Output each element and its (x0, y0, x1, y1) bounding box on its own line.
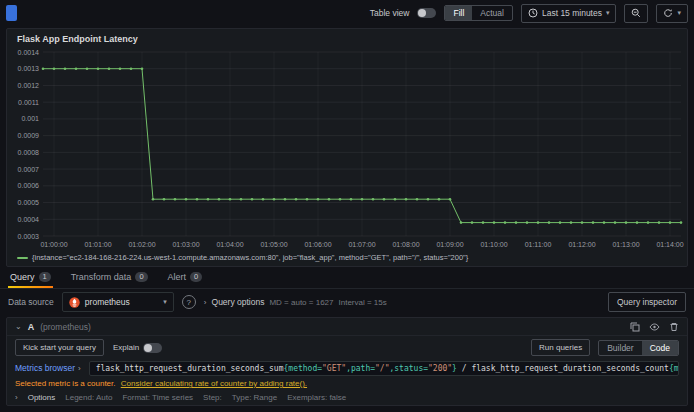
svg-text:0.0014: 0.0014 (18, 49, 40, 56)
query-options-interval-summary: Interval = 15s (338, 298, 386, 307)
refresh-button[interactable]: ▾ (656, 4, 688, 23)
tab-alert[interactable]: Alert 0 (166, 267, 205, 288)
duplicate-query-icon[interactable] (630, 322, 640, 332)
tab-transform-label: Transform data (71, 272, 132, 282)
app-logo[interactable] (6, 5, 17, 21)
code-mode-button[interactable]: Code (642, 341, 678, 355)
hide-query-eye-icon[interactable] (649, 322, 660, 332)
table-view-toggle[interactable] (417, 8, 436, 18)
caret-down-icon: ▾ (606, 9, 610, 17)
svg-text:01:13:00: 01:13:00 (612, 241, 639, 248)
query-editor-card: ⌄ A (prometheus) Kick start your query E… (6, 317, 688, 406)
svg-text:01:01:00: 01:01:00 (84, 241, 111, 248)
toggle-knob (418, 9, 426, 17)
zoom-out-button[interactable] (624, 4, 648, 23)
query-row-header[interactable]: ⌄ A (prometheus) (7, 318, 687, 336)
query-toolbar-right: Run queries Builder Code (531, 339, 679, 356)
svg-text:01:05:00: 01:05:00 (260, 241, 287, 248)
query-options-label: Query options (212, 297, 265, 307)
kick-start-query-button[interactable]: Kick start your query (15, 339, 104, 356)
svg-text:01:02:00: 01:02:00 (128, 241, 155, 248)
chevron-right-icon: › (15, 393, 18, 402)
zoom-out-icon (631, 8, 641, 18)
svg-text:01:00:00: 01:00:00 (40, 241, 67, 248)
query-toolbar: Kick start your query Explain Run querie… (7, 336, 687, 359)
query-options-footer[interactable]: › Options Legend: Auto Format: Time seri… (7, 390, 687, 405)
refresh-icon (663, 8, 673, 18)
svg-text:0.0013: 0.0013 (18, 65, 40, 72)
warning-rate-link[interactable]: Consider calculating rate of counter by … (121, 379, 307, 388)
options-exemplars: Exemplars: false (287, 393, 346, 402)
svg-text:01:07:00: 01:07:00 (348, 241, 375, 248)
tab-transform-badge: 0 (135, 272, 147, 282)
explain-toggle[interactable] (143, 343, 162, 353)
toggle-knob (144, 344, 152, 352)
latency-chart[interactable]: 0.00140.00130.00120.00110.0010.00090.000… (9, 46, 685, 252)
table-view-label: Table view (370, 8, 410, 18)
tab-query[interactable]: Query 1 (8, 267, 53, 288)
options-step: Step: (203, 393, 222, 402)
builder-mode-button[interactable]: Builder (599, 341, 641, 355)
query-options-toggle[interactable]: › Query options MD = auto = 1627 Interva… (204, 297, 387, 307)
latency-panel: Flask App Endpoint Latency 0.00140.00130… (6, 28, 688, 267)
run-queries-button[interactable]: Run queries (531, 339, 590, 356)
svg-text:0.001: 0.001 (21, 115, 39, 122)
svg-text:01:04:00: 01:04:00 (216, 241, 243, 248)
fill-actual-group: Fill Actual (444, 5, 512, 21)
query-ref-id: A (28, 322, 35, 332)
topbar: Table view Fill Actual Last 15 minutes ▾… (0, 0, 694, 26)
svg-text:01:06:00: 01:06:00 (304, 241, 331, 248)
topbar-controls: Table view Fill Actual Last 15 minutes ▾… (370, 4, 688, 23)
datasource-help-icon[interactable]: ? (182, 295, 196, 309)
tab-transform-data[interactable]: Transform data 0 (69, 267, 150, 288)
actual-button[interactable]: Actual (472, 6, 512, 20)
legend-series-label: {instance="ec2-184-168-216-224.us-west-1… (32, 253, 468, 262)
metrics-browser-label: Metrics browser (15, 363, 75, 373)
datasource-caret-icon: ▾ (163, 298, 167, 306)
panel-title: Flask App Endpoint Latency (9, 31, 685, 46)
query-editor-row: Metrics browser › flask_http_request_dur… (7, 359, 687, 379)
svg-text:0.0006: 0.0006 (18, 182, 40, 189)
svg-text:01:08:00: 01:08:00 (392, 241, 419, 248)
editor-tabs: Query 1 Transform data 0 Alert 0 (0, 267, 694, 289)
options-type: Type: Range (232, 393, 277, 402)
query-inspector-button[interactable]: Query inspector (608, 292, 686, 312)
svg-text:0.0004: 0.0004 (18, 216, 40, 223)
options-label: Options (28, 393, 56, 402)
svg-text:0.0012: 0.0012 (18, 82, 40, 89)
explain-control: Explain (113, 343, 162, 353)
prometheus-icon (69, 297, 80, 308)
svg-text:0.0009: 0.0009 (18, 132, 40, 139)
svg-text:01:10:00: 01:10:00 (480, 241, 507, 248)
builder-code-group: Builder Code (598, 340, 679, 356)
svg-text:01:11:00: 01:11:00 (525, 241, 552, 248)
time-range-picker[interactable]: Last 15 minutes ▾ (521, 4, 617, 23)
options-format: Format: Time series (122, 393, 193, 402)
fill-button[interactable]: Fill (445, 6, 472, 20)
tab-alert-badge: 0 (190, 272, 202, 282)
options-legend: Legend: Auto (65, 393, 112, 402)
svg-text:01:12:00: 01:12:00 (568, 241, 595, 248)
tab-query-label: Query (10, 272, 35, 282)
legend-item[interactable]: {instance="ec2-184-168-216-224.us-west-1… (9, 252, 685, 264)
query-datasource-hint: (prometheus) (40, 322, 91, 332)
refresh-caret-icon: ▾ (677, 9, 681, 17)
svg-text:01:03:00: 01:03:00 (172, 241, 199, 248)
query-row-actions (630, 322, 679, 332)
clock-icon (528, 8, 538, 18)
chevron-right-icon: › (78, 364, 81, 373)
warning-text: Selected metric is a counter. (15, 379, 116, 388)
datasource-picker[interactable]: prometheus ▾ (62, 292, 174, 312)
svg-text:0.0008: 0.0008 (18, 149, 40, 156)
datasource-label: Data source (8, 297, 54, 307)
svg-text:0.0007: 0.0007 (18, 166, 40, 173)
metrics-browser-button[interactable]: Metrics browser › (15, 363, 81, 373)
legend-series-marker (17, 257, 28, 259)
svg-text:01:09:00: 01:09:00 (436, 241, 463, 248)
collapse-chevron-icon[interactable]: ⌄ (15, 322, 22, 331)
svg-text:0.0003: 0.0003 (18, 233, 40, 240)
tab-query-badge: 1 (39, 272, 51, 282)
promql-expression[interactable]: flask_http_request_duration_seconds_sum{… (89, 361, 679, 376)
datasource-row: Data source prometheus ▾ ? › Query optio… (0, 289, 694, 315)
remove-query-trash-icon[interactable] (669, 322, 679, 332)
